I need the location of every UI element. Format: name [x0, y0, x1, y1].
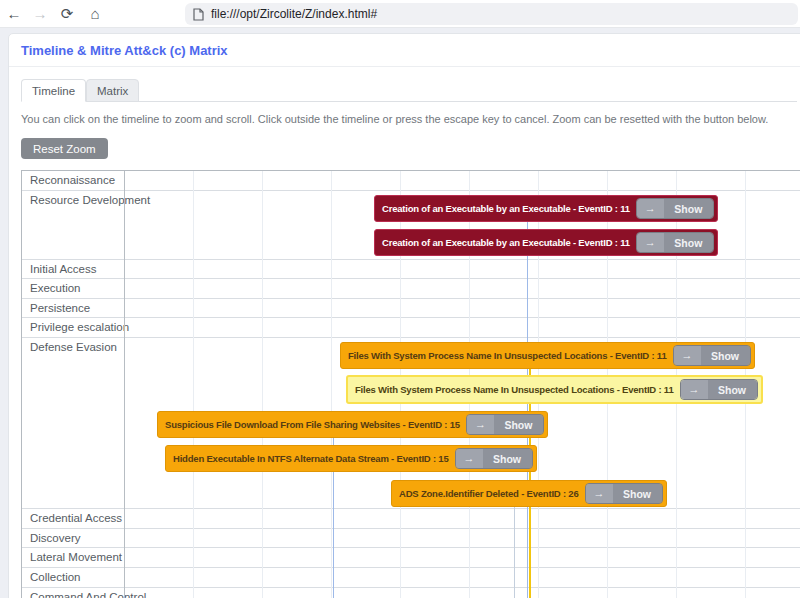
show-event-button[interactable]: Show — [613, 484, 662, 503]
row-reconnaissance: Reconnaissance — [22, 171, 800, 191]
event-buttons: → Show — [636, 198, 714, 219]
timeline-event-selected[interactable]: Files With System Process Name In Unsusp… — [346, 375, 763, 404]
event-buttons: → Show — [585, 483, 663, 504]
timeline-card: Timeline & Mitre Att&ck (c) Matrix Timel… — [8, 33, 800, 598]
timeline-chart[interactable]: Reconnaissance Resource Development Init… — [21, 170, 800, 598]
gridline — [331, 171, 332, 598]
event-label: Creation of an Executable by an Executab… — [382, 203, 630, 214]
goto-event-button[interactable]: → — [637, 199, 664, 218]
goto-event-button[interactable]: → — [467, 415, 494, 434]
show-event-button[interactable]: Show — [483, 449, 532, 468]
event-buttons: → Show — [466, 414, 544, 435]
show-event-button[interactable]: Show — [664, 233, 713, 252]
show-event-button[interactable]: Show — [664, 199, 713, 218]
event-label: Files With System Process Name In Unsusp… — [355, 384, 674, 395]
row-collection: Collection — [22, 568, 800, 588]
goto-event-button[interactable]: → — [637, 233, 664, 252]
timeline-event-critical[interactable]: Creation of an Executable by an Executab… — [374, 229, 718, 256]
page-icon — [193, 8, 204, 21]
timeline-event-high[interactable]: Hidden Executable In NTFS Alternate Data… — [165, 445, 537, 472]
row-privilege-escalation: Privilege escalation — [22, 318, 800, 338]
event-buttons: → Show — [673, 345, 751, 366]
gridline — [193, 171, 194, 598]
tab-timeline[interactable]: Timeline — [21, 79, 86, 102]
tab-bar: Timeline Matrix — [21, 79, 139, 102]
goto-event-button[interactable]: → — [456, 449, 483, 468]
show-event-button[interactable]: Show — [494, 415, 543, 434]
goto-event-button[interactable]: → — [681, 380, 708, 399]
row-initial-access: Initial Access — [22, 260, 800, 279]
event-buttons: → Show — [680, 379, 758, 400]
url-text: file:///opt/Zircolite/Z/index.html# — [211, 7, 377, 21]
row-discovery: Discovery — [22, 529, 800, 548]
label-column-divider — [124, 171, 125, 598]
event-label: Files With System Process Name In Unsusp… — [348, 350, 667, 361]
event-label: Creation of an Executable by an Executab… — [382, 237, 630, 248]
timeline-event-critical[interactable]: Creation of an Executable by an Executab… — [374, 195, 718, 222]
browser-toolbar: ← → ⟳ ⌂ file:///opt/Zircolite/Z/index.ht… — [0, 0, 800, 28]
event-buttons: → Show — [636, 232, 714, 253]
row-lateral-movement: Lateral Movement — [22, 548, 800, 568]
row-execution: Execution — [22, 279, 800, 299]
card-header: Timeline & Mitre Att&ck (c) Matrix — [9, 34, 800, 67]
show-event-button[interactable]: Show — [708, 380, 757, 399]
back-icon[interactable]: ← — [3, 0, 25, 28]
forward-icon[interactable]: → — [29, 0, 51, 28]
address-bar[interactable]: file:///opt/Zircolite/Z/index.html# — [185, 3, 798, 25]
row-credential-access: Credential Access — [22, 509, 800, 529]
goto-event-button[interactable]: → — [586, 484, 613, 503]
event-buttons: → Show — [455, 448, 533, 469]
timeline-event-high[interactable]: Files With System Process Name In Unsusp… — [340, 342, 755, 369]
event-label: Hidden Executable In NTFS Alternate Data… — [173, 453, 449, 464]
page-title: Timeline & Mitre Att&ck (c) Matrix — [21, 43, 228, 58]
goto-event-button[interactable]: → — [674, 346, 701, 365]
timeline-event-high[interactable]: ADS Zone.Identifier Deleted - EventID : … — [391, 480, 667, 507]
row-command-and-control: Command And Control — [22, 588, 800, 598]
gridline — [262, 171, 263, 598]
zoom-instructions: You can click on the timeline to zoom an… — [21, 113, 799, 125]
tab-matrix[interactable]: Matrix — [86, 79, 139, 102]
tab-divider — [21, 101, 797, 102]
event-label: ADS Zone.Identifier Deleted - EventID : … — [399, 488, 579, 499]
row-persistence: Persistence — [22, 299, 800, 318]
timeline-event-high[interactable]: Suspicious File Download From File Shari… — [157, 411, 548, 438]
show-event-button[interactable]: Show — [701, 346, 750, 365]
home-icon[interactable]: ⌂ — [84, 0, 106, 28]
event-label: Suspicious File Download From File Shari… — [165, 419, 460, 430]
reset-zoom-button[interactable]: Reset Zoom — [21, 138, 108, 159]
refresh-icon[interactable]: ⟳ — [56, 0, 78, 28]
event-marker-line — [333, 411, 334, 598]
